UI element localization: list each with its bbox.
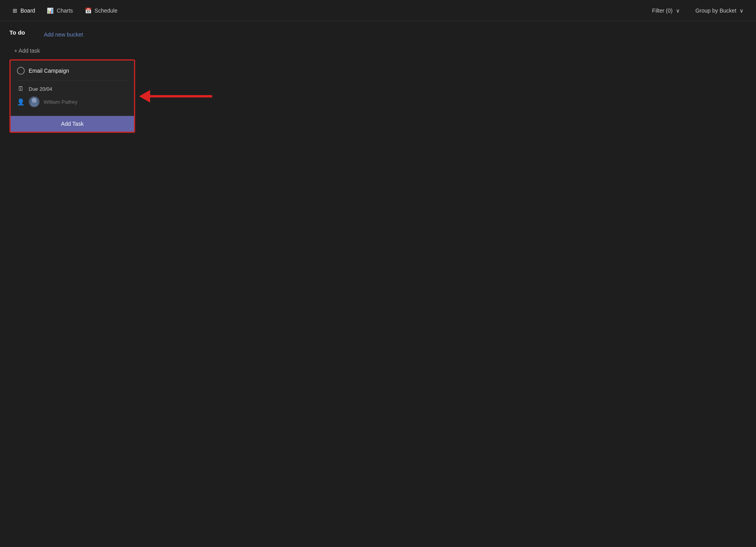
task-card-inner: Email Campaign 🗓 Due 20/04 👤 (11, 61, 134, 116)
board-label: Board (20, 7, 35, 14)
task-title: Email Campaign (29, 68, 128, 74)
arrow-head (139, 90, 150, 103)
filter-chevron-icon: ∨ (676, 7, 680, 14)
charts-label: Charts (57, 7, 73, 14)
column-header: To do (9, 29, 25, 36)
board-icon: ⊞ (13, 7, 17, 14)
task-title-row: Email Campaign (17, 67, 128, 75)
todo-column: To do Add new bucket + Add task Email Ca… (9, 29, 135, 133)
due-date-text: Due 20/04 (29, 86, 52, 92)
filter-button[interactable]: Filter (0) ∨ (648, 5, 684, 16)
schedule-icon: 📅 (85, 7, 92, 14)
red-arrow-annotation (139, 90, 212, 103)
column-title: To do (9, 29, 25, 36)
top-nav: ⊞ Board 📊 Charts 📅 Schedule Filter (0) ∨… (0, 0, 756, 21)
nav-right: Filter (0) ∨ Group by Bucket ∨ (648, 5, 748, 16)
calendar-icon: 🗓 (17, 85, 25, 92)
avatar (29, 96, 40, 107)
add-task-button[interactable]: Add Task (11, 116, 134, 132)
group-by-button[interactable]: Group by Bucket ∨ (691, 5, 748, 16)
add-bucket-button[interactable]: Add new bucket (41, 30, 86, 39)
nav-schedule[interactable]: 📅 Schedule (80, 5, 122, 16)
task-complete-circle[interactable] (17, 67, 25, 75)
nav-left: ⊞ Board 📊 Charts 📅 Schedule (8, 5, 122, 16)
assignee-row: 👤 William Palfrey (17, 96, 128, 107)
add-task-row[interactable]: + Add task (9, 44, 135, 57)
assignee-name: William Palfrey (44, 99, 77, 105)
add-task-row-label: + Add task (14, 48, 40, 54)
filter-label: Filter (0) (652, 7, 673, 14)
nav-board[interactable]: ⊞ Board (8, 5, 40, 16)
charts-icon: 📊 (47, 7, 53, 14)
due-date-row: 🗓 Due 20/04 (17, 85, 128, 92)
schedule-label: Schedule (95, 7, 117, 14)
group-by-label: Group by Bucket (695, 7, 736, 14)
task-card-wrapper: Email Campaign 🗓 Due 20/04 👤 (9, 59, 135, 133)
nav-charts[interactable]: 📊 Charts (42, 5, 77, 16)
main-content: To do Add new bucket + Add task Email Ca… (0, 21, 756, 141)
assign-person-icon: 👤 (17, 98, 25, 106)
columns-area: To do Add new bucket + Add task Email Ca… (9, 29, 747, 133)
task-divider (17, 80, 128, 81)
task-card: Email Campaign 🗓 Due 20/04 👤 (9, 59, 135, 133)
arrow-line (149, 95, 212, 97)
group-by-chevron-icon: ∨ (739, 7, 743, 14)
